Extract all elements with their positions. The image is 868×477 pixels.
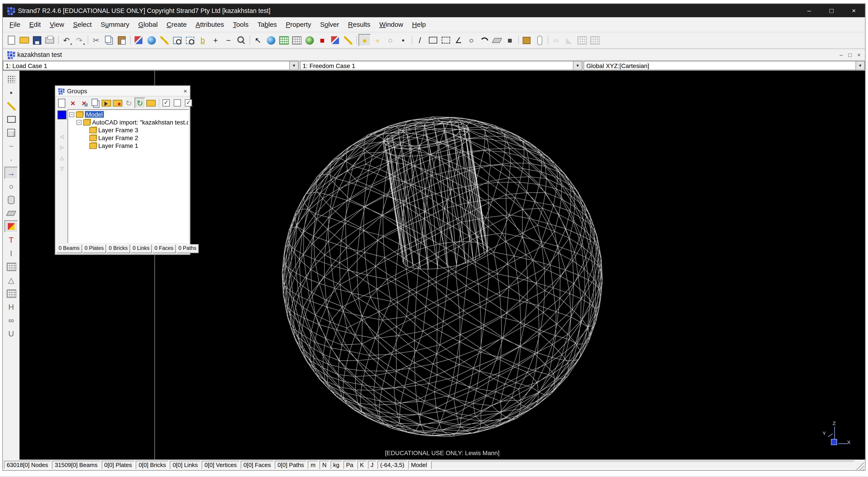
groups-faces-tab[interactable]: 0 Faces xyxy=(152,244,176,253)
groups-beams-tab[interactable]: 0 Beams xyxy=(57,244,82,253)
menu-file[interactable]: File xyxy=(5,18,25,32)
eraser-icon[interactable] xyxy=(4,207,18,219)
dropdown-arrow-icon[interactable]: ▼ xyxy=(573,61,582,70)
zoom-extents-icon[interactable] xyxy=(235,34,247,46)
fill-tool-icon[interactable]: ■ xyxy=(504,34,516,46)
menu-tools[interactable]: Tools xyxy=(228,18,253,32)
entity-display-icon[interactable] xyxy=(132,34,145,46)
link-icon[interactable]: ∞ xyxy=(550,34,562,46)
plate-entity-icon[interactable] xyxy=(4,113,18,126)
menu-global[interactable]: Global xyxy=(134,18,162,32)
link-entity-icon[interactable]: ~ xyxy=(4,140,18,152)
new-group-icon[interactable] xyxy=(57,98,67,108)
menu-summary[interactable]: Summary xyxy=(96,18,134,32)
circle-tool-icon[interactable]: ○ xyxy=(465,34,477,46)
set-square-icon[interactable]: ◣ xyxy=(563,34,575,46)
capsule-icon[interactable] xyxy=(533,34,546,46)
plate-mesh-icon[interactable] xyxy=(278,34,290,46)
save-file-icon[interactable] xyxy=(31,34,43,46)
groups-dialog-titlebar[interactable]: Groups × xyxy=(55,86,190,97)
cut-icon[interactable]: ✂ xyxy=(90,34,102,46)
table-icon[interactable] xyxy=(589,34,601,46)
pencil-icon[interactable] xyxy=(342,34,354,46)
table-grid-icon[interactable] xyxy=(290,34,303,46)
collapse-icon[interactable]: − xyxy=(76,120,82,125)
remove-from-group-icon[interactable] xyxy=(112,98,123,108)
zoom-window-icon[interactable] xyxy=(184,34,196,46)
paste-icon[interactable] xyxy=(116,34,128,46)
groups-dialog-close-icon[interactable]: × xyxy=(183,88,187,94)
menu-solver[interactable]: Solver xyxy=(316,18,344,32)
menu-results[interactable]: Results xyxy=(344,18,375,32)
fan-display-icon[interactable]: △ xyxy=(4,274,18,286)
mdi-minimize-button[interactable]: – xyxy=(840,52,843,58)
coordinate-system-combo[interactable]: Global XYZ:[Cartesian] ▼ xyxy=(584,61,865,70)
groups-plates-tab[interactable]: 0 Plates xyxy=(83,244,106,253)
frame-display-icon[interactable]: H xyxy=(4,301,18,313)
collapse-icon[interactable]: − xyxy=(69,112,74,117)
delete-group-icon[interactable]: × xyxy=(68,98,79,108)
move-up-icon[interactable]: △ xyxy=(60,155,64,161)
menu-tables[interactable]: Tables xyxy=(253,18,281,32)
edit-group-icon[interactable]: × xyxy=(79,98,90,108)
titlebar[interactable]: Strand7 R2.4.6 [EDUCATIONAL USE ONLY] Co… xyxy=(3,4,865,18)
online-globe-icon[interactable] xyxy=(145,34,157,46)
attribute-display-icon[interactable] xyxy=(4,220,18,233)
grid-display-icon[interactable] xyxy=(4,287,18,300)
freedom-case-combo[interactable]: 1: Freedom Case 1 ▼ xyxy=(300,61,583,70)
text-display-icon[interactable]: T xyxy=(4,234,18,246)
group-color-swatch[interactable] xyxy=(58,110,67,120)
beam-entity-icon[interactable] xyxy=(4,100,18,112)
polyline-tool-icon[interactable]: ∠ xyxy=(452,34,465,46)
mdi-close-button[interactable]: × xyxy=(857,52,861,58)
draw-beam-icon[interactable] xyxy=(158,34,170,46)
menu-view[interactable]: View xyxy=(45,18,69,32)
node-entity-icon[interactable]: • xyxy=(4,87,18,99)
menu-create[interactable]: Create xyxy=(162,18,191,32)
paint-bucket-icon[interactable] xyxy=(521,34,533,46)
vertex-entity-icon[interactable]: · xyxy=(4,154,18,166)
scale-view-icon[interactable]: b xyxy=(196,34,209,46)
hide-all-groups-icon[interactable] xyxy=(172,98,183,108)
tree-item-layer-frame-3[interactable]: Layer Frame 3 xyxy=(68,126,188,134)
mdi-titlebar[interactable]: kazakhstan test – □ × xyxy=(3,48,865,61)
mdi-restore-button[interactable]: □ xyxy=(848,52,852,58)
move-left-icon[interactable]: ◁ xyxy=(60,134,64,139)
light-on-icon[interactable]: ● xyxy=(359,34,371,46)
print-icon[interactable] xyxy=(43,34,56,46)
binocular-display-icon[interactable]: ∞ xyxy=(4,314,18,327)
knife-tool-icon[interactable] xyxy=(491,34,503,46)
light-off-icon[interactable]: ○ xyxy=(384,34,397,46)
zoom-out-icon[interactable]: − xyxy=(222,34,235,46)
menu-window[interactable]: Window xyxy=(375,18,408,32)
zoom-select-icon[interactable] xyxy=(171,34,183,46)
load-case-combo[interactable]: 1: Load Case 1 ▼ xyxy=(3,61,299,70)
section-display-icon[interactable]: I xyxy=(4,247,18,260)
groups-paths-tab[interactable]: 0 Paths xyxy=(176,244,199,253)
rect-select-tool-icon[interactable] xyxy=(440,34,452,46)
dropdown-arrow-icon[interactable]: ▼ xyxy=(289,61,298,70)
connection-icon[interactable] xyxy=(329,34,341,46)
grid2-icon[interactable] xyxy=(576,34,588,46)
tree-item-layer-frame-2[interactable]: Layer Frame 2 xyxy=(68,134,188,142)
redo-icon[interactable]: ↷▾ xyxy=(73,34,86,46)
minimize-button[interactable]: – xyxy=(798,4,820,18)
line-tool-icon[interactable]: / xyxy=(414,34,426,46)
copy-group-icon[interactable] xyxy=(90,98,101,108)
show-all-groups-icon[interactable]: ✓ xyxy=(161,98,172,108)
move-to-group-icon[interactable] xyxy=(101,98,112,108)
groups-links-tab[interactable]: 0 Links xyxy=(130,244,152,253)
copy-icon[interactable] xyxy=(103,34,115,46)
close-button[interactable]: × xyxy=(843,4,865,18)
light-mid-icon[interactable]: ● xyxy=(371,34,384,46)
refresh-groups-icon[interactable]: ↻ xyxy=(124,98,134,108)
maximize-button[interactable]: □ xyxy=(820,4,843,18)
box-display-icon[interactable]: U xyxy=(4,328,18,340)
menu-attributes[interactable]: Attributes xyxy=(191,18,228,32)
tree-item-model[interactable]: − Model xyxy=(68,110,188,118)
menu-select[interactable]: Select xyxy=(69,18,96,32)
menu-property[interactable]: Property xyxy=(281,18,315,32)
select-grid-icon[interactable] xyxy=(4,73,18,86)
group-folder-icon[interactable] xyxy=(146,98,157,108)
move-down-icon[interactable]: ▽ xyxy=(60,166,64,171)
